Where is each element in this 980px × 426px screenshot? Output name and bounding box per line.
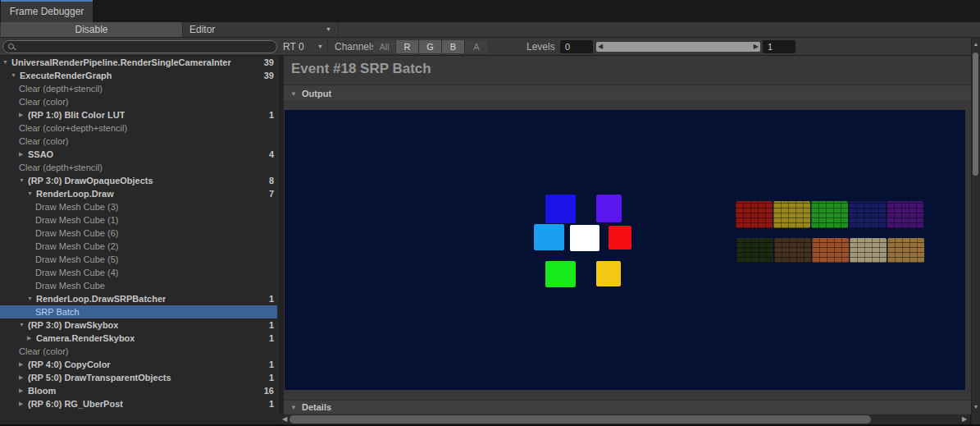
tab-bar: Frame Debugger [0,0,980,22]
draw-call-count: 1 [269,332,277,345]
tree-row[interactable]: ▼(RP 3:0) DrawOpaqueObjects8 [0,174,277,187]
channel-button-r[interactable]: R [396,40,419,53]
tree-row[interactable]: Draw Mesh Cube (5) [0,253,277,266]
levels-min-handle[interactable]: ◀ [598,42,603,52]
draw-call-count: 16 [264,384,277,397]
output-label: Output [302,86,331,102]
tab-frame-debugger[interactable]: Frame Debugger [1,0,93,22]
horizontal-scrollbar[interactable]: ◀ ▶ [279,415,970,424]
tree-row[interactable]: ▶SSAO4 [0,148,277,161]
foldout-arrow[interactable]: ▶ [19,148,28,161]
tree-row[interactable]: ▼RenderLoop.DrawSRPBatcher1 [0,292,277,305]
tree-row[interactable]: ▶(RP 1:0) Blit Color LUT1 [0,108,277,121]
tree-row-label: UniversalRenderPipeline.RenderSingleCame… [11,56,231,69]
blue-cube [545,195,576,223]
vertical-scrollbar-thumb[interactable] [973,53,978,176]
draw-call-count: 1 [269,397,277,410]
tree-row-label: ExecuteRenderGraph [20,69,112,82]
event-title: Event #18 SRP Batch [291,61,431,77]
levels-range-slider[interactable]: ◀ ▶ [596,42,760,52]
tree-row[interactable]: Clear (color) [0,135,277,148]
tree-row[interactable]: ▶Camera.RenderSkybox1 [0,332,277,345]
foldout-arrow[interactable]: ▼ [27,187,36,200]
channel-button-a[interactable]: A [465,40,488,53]
tree-row-label: Draw Mesh Cube [35,279,105,292]
textured-cube [850,238,887,263]
search-box[interactable] [2,40,277,53]
foldout-arrow[interactable]: ▶ [19,108,28,121]
search-input[interactable] [18,41,264,53]
green-cube [545,261,576,287]
tree-row[interactable]: Clear (color) [0,345,277,358]
red-cube [609,226,631,250]
channel-button-group: AllRGBA [373,40,488,53]
tree-row-label: Draw Mesh Cube (4) [35,266,118,279]
foldout-arrow[interactable]: ▼ [2,56,11,69]
tree-row[interactable]: SRP Batch [0,305,277,318]
tree-row-label: Clear (depth+stencil) [19,161,103,174]
tree-row[interactable]: Clear (color) [0,95,277,108]
details-foldout[interactable]: ▼ Details [284,400,971,414]
tree-row-label: Draw Mesh Cube (5) [35,253,118,266]
tree-row[interactable]: ▶Bloom16 [0,384,277,397]
tree-row[interactable]: ▼ExecuteRenderGraph39 [0,69,277,82]
violet-cube [596,195,622,222]
tree-row[interactable]: ▶(RP 4:0) CopyColor1 [0,358,277,371]
scroll-up-icon[interactable]: ▲ [972,41,980,47]
output-foldout[interactable]: ▼ Output [284,86,971,102]
textured-cube [812,238,849,263]
tree-row-label: Clear (color) [19,95,69,108]
foldout-arrow[interactable]: ▶ [19,358,28,371]
channel-button-all[interactable]: All [373,40,396,53]
tree-row[interactable]: Draw Mesh Cube (4) [0,266,277,279]
scroll-left-icon[interactable]: ◀ [280,415,289,424]
tree-row-label: (RP 1:0) Blit Color LUT [28,108,125,121]
scroll-down-icon[interactable]: ▼ [972,404,980,410]
tree-row[interactable]: ▶(RP 6:0) RG_UberPost1 [0,397,277,410]
levels-label: Levels [526,38,555,56]
tree-row[interactable]: ▼RenderLoop.Draw7 [0,187,277,200]
draw-call-count: 1 [269,358,277,371]
vertical-scrollbar[interactable]: ▲ ▼ [971,38,980,426]
target-dropdown[interactable]: Editor ▼ [184,22,339,37]
textured-cube [774,238,811,263]
scroll-right-icon[interactable]: ▶ [959,415,969,424]
tree-row-label: Draw Mesh Cube (6) [35,227,118,240]
foldout-arrow[interactable]: ▼ [19,174,28,187]
cyan-cube [534,224,564,250]
tree-row-label: RenderLoop.DrawSRPBatcher [36,292,166,305]
draw-call-count: 8 [269,174,277,187]
levels-max-handle[interactable]: ▶ [754,42,759,52]
foldout-arrow[interactable]: ▶ [19,384,28,397]
foldout-arrow[interactable]: ▼ [19,318,28,332]
foldout-arrow[interactable]: ▼ [11,69,20,82]
tree-row[interactable]: Draw Mesh Cube (2) [0,240,277,253]
tree-row[interactable]: Draw Mesh Cube [0,279,277,292]
foldout-arrow[interactable]: ▼ [27,292,36,305]
tree-row[interactable]: Draw Mesh Cube (3) [0,200,277,213]
tree-scrollbar[interactable] [277,56,284,424]
render-target-dropdown[interactable]: RT 0 ▼ [283,38,304,56]
draw-call-count: 1 [269,292,277,305]
textured-cube [736,238,773,263]
textured-cube [811,201,848,228]
tree-row[interactable]: ▼(RP 3:0) DrawSkybox1 [0,318,277,332]
tree-row[interactable]: Clear (depth+stencil) [0,161,277,174]
foldout-open-icon: ▼ [290,86,297,102]
channel-button-g[interactable]: G [419,40,442,53]
tree-row[interactable]: Clear (color+depth+stencil) [0,121,277,135]
tree-row[interactable]: ▼UniversalRenderPipeline.RenderSingleCam… [0,56,277,69]
channel-button-b[interactable]: B [442,40,465,53]
gold-cube [596,261,621,286]
tree-row[interactable]: Draw Mesh Cube (1) [0,213,277,227]
foldout-arrow[interactable]: ▶ [19,371,28,384]
draw-call-count: 7 [269,187,277,200]
tree-row[interactable]: Clear (depth+stencil) [0,82,277,95]
tree-row[interactable]: ▶(RP 5:0) DrawTransparentObjects1 [0,371,277,384]
draw-call-count: 1 [269,108,277,121]
horizontal-scrollbar-thumb[interactable] [289,415,871,424]
foldout-arrow[interactable]: ▶ [19,397,28,410]
disable-button[interactable]: Disable [1,22,183,37]
foldout-arrow[interactable]: ▶ [27,332,36,345]
tree-row[interactable]: Draw Mesh Cube (6) [0,227,277,240]
